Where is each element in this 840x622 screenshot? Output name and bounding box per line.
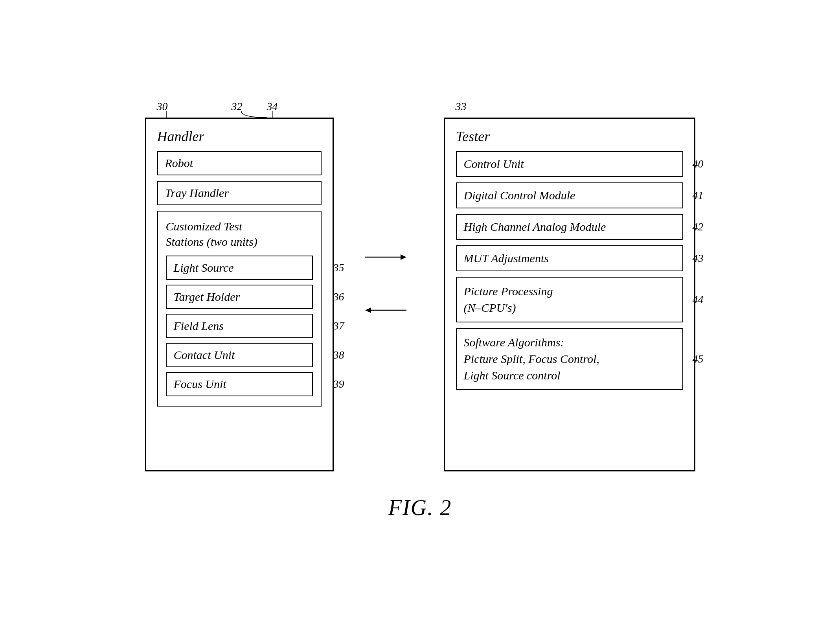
picture-processing-box: Picture Processing(N–CPU's) [456, 277, 683, 322]
ref-36: 36 [333, 291, 344, 303]
ref-44: 44 [693, 293, 704, 306]
ref-37: 37 [333, 320, 344, 332]
tray-handler-box: Tray Handler [157, 181, 322, 205]
control-unit-box: Control Unit [456, 151, 683, 177]
handler-panel: Handler Robot Tray Handler Customized Te… [145, 118, 334, 471]
ref-39: 39 [333, 378, 344, 390]
light-source-box: Light Source [166, 256, 313, 280]
contact-unit-box: Contact Unit [166, 343, 313, 367]
svg-marker-2 [401, 254, 406, 260]
handler-label: Handler [157, 128, 322, 145]
software-algorithms-box: Software Algorithms:Picture Split, Focus… [456, 328, 683, 390]
mut-adjustments-box: MUT Adjustments [456, 245, 683, 271]
ref-43: 43 [693, 252, 704, 265]
tester-label: Tester [456, 128, 683, 145]
field-lens-box: Field Lens [166, 314, 313, 338]
inner-panel-label: Customized Test Stations (two units) [166, 219, 313, 249]
arrows-svg [365, 118, 412, 471]
ref-38: 38 [333, 349, 344, 361]
ref-41: 41 [693, 189, 704, 202]
robot-box: Robot [157, 151, 322, 175]
customized-test-stations-panel: Customized Test Stations (two units) Lig… [157, 211, 322, 407]
figure-caption: FIG. 2 [388, 495, 452, 520]
ref-42: 42 [693, 221, 704, 233]
high-channel-analog-module-box: High Channel Analog Module [456, 214, 683, 240]
digital-control-module-box: Digital Control Module [456, 182, 683, 208]
tag-brackets [145, 100, 334, 120]
target-holder-box: Target Holder [166, 285, 313, 309]
ref-35: 35 [333, 261, 344, 274]
svg-marker-4 [365, 307, 371, 313]
tester-panel: Tester Control Unit 40 Digital Control M… [444, 118, 695, 471]
connector-area [365, 118, 412, 471]
tag-33: 33 [456, 100, 467, 113]
ref-40: 40 [693, 158, 704, 170]
focus-unit-box: Focus Unit [166, 372, 313, 396]
ref-45: 45 [693, 353, 704, 365]
